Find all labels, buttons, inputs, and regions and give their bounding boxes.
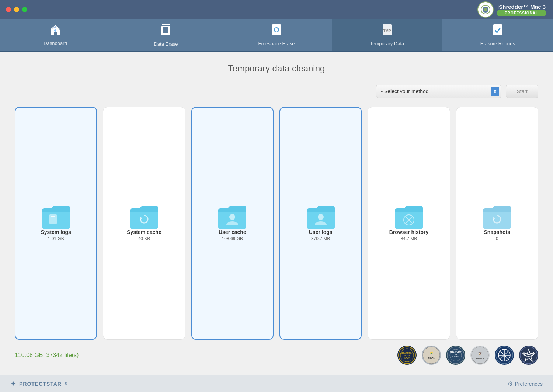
cert-logo-australia: 🦅 AUSTRALIA: [470, 346, 490, 365]
preferences-button[interactable]: ⚙ Preferences: [508, 380, 543, 387]
folder-icon-user-logs: [306, 205, 335, 229]
svg-text:OF THE: OF THE: [404, 354, 411, 357]
start-button[interactable]: Start: [506, 85, 538, 98]
svg-text:TMP: TMP: [383, 29, 391, 33]
svg-point-2: [484, 8, 487, 11]
folder-card-system-logs[interactable]: System logs 1.01 GB: [15, 107, 97, 340]
svg-rect-15: [493, 24, 502, 35]
svg-point-32: [423, 347, 440, 364]
cert-logo-us-air-force: [519, 346, 538, 365]
items-grid: System logs 1.01 GB System cache 40 KB U…: [15, 107, 538, 340]
user-cache-size: 108.69 GB: [222, 236, 243, 241]
folder-card-user-logs[interactable]: User logs 370.7 MB: [279, 107, 362, 340]
freespace-erase-icon: [271, 24, 282, 39]
window-controls: [6, 7, 27, 12]
folder-card-browser-history[interactable]: Browser history 84.7 MB: [368, 107, 450, 340]
svg-rect-9: [166, 27, 167, 33]
folder-icon-browser-history: [394, 205, 424, 229]
system-cache-name: System cache: [127, 229, 161, 235]
nav-bar: Dashboard Data Erase Freespace Erase: [0, 19, 553, 52]
user-cache-name: User cache: [219, 229, 246, 235]
method-select[interactable]: - Select your method: [376, 85, 501, 98]
tab-temporary-data[interactable]: TMP Temporary Data: [332, 19, 442, 51]
page-title: Temporary data cleaning: [15, 63, 538, 74]
tab-freespace-erase[interactable]: Freespace Erase: [221, 19, 332, 51]
svg-text:DEPARTMENT: DEPARTMENT: [401, 352, 413, 354]
minimize-button[interactable]: [14, 7, 19, 12]
app-logo: [477, 1, 494, 18]
user-logs-name: User logs: [309, 229, 333, 235]
svg-rect-7: [163, 27, 164, 33]
svg-point-22: [318, 214, 324, 220]
protectstar-label: PROTECTSTAR: [19, 381, 62, 387]
controls-row: - Select your method Start: [15, 85, 538, 98]
svg-rect-5: [162, 24, 170, 25]
cert-logo-nato: [495, 346, 514, 365]
snapshots-name: Snapshots: [484, 229, 511, 235]
svg-text:DEPARTMENT: DEPARTMENT: [450, 351, 462, 353]
svg-rect-10: [167, 27, 168, 33]
svg-text:👑: 👑: [430, 351, 433, 354]
snapshots-size: 0: [496, 236, 498, 241]
total-size: 110.08 GB, 37342 file(s): [15, 352, 79, 358]
protectstar-trademark: ®: [65, 382, 67, 386]
app-branding: iShredder™ Mac 3 PROFESSIONAL: [477, 1, 546, 18]
system-logs-size: 1.01 GB: [48, 236, 64, 241]
cert-logo-uk-royal: 👑 ROYAL: [422, 346, 441, 365]
app-edition: PROFESSIONAL: [497, 10, 546, 16]
svg-rect-8: [164, 27, 166, 33]
temporary-data-icon: TMP: [382, 24, 393, 39]
svg-text:AUSTRALIA: AUSTRALIA: [476, 358, 484, 360]
tab-freespace-erase-label: Freespace Erase: [258, 41, 295, 46]
folder-icon-snapshots: [482, 205, 512, 229]
tab-dashboard-label: Dashboard: [44, 41, 67, 46]
folder-card-user-cache[interactable]: User cache 108.69 GB: [191, 107, 274, 340]
dashboard-icon: [49, 25, 61, 38]
close-button[interactable]: [6, 7, 11, 12]
svg-rect-11: [272, 24, 281, 35]
svg-text:NAVY: NAVY: [404, 357, 410, 359]
folder-icon-system-cache: [129, 205, 159, 229]
bottom-bar: ✦ PROTECTSTAR ® ⚙ Preferences: [0, 375, 553, 392]
browser-history-size: 84.7 MB: [401, 236, 417, 241]
system-cache-size: 40 KB: [138, 236, 150, 241]
svg-text:🦅: 🦅: [478, 351, 482, 355]
preferences-label: Preferences: [515, 381, 543, 387]
svg-text:OF: OF: [455, 354, 457, 356]
folder-icon-user-cache: [218, 205, 247, 229]
tab-temporary-data-label: Temporary Data: [370, 41, 404, 46]
footer-area: 110.08 GB, 37342 file(s) DEPARTMENT OF T…: [15, 340, 538, 368]
folder-icon-system-logs: [41, 205, 71, 229]
title-bar: iShredder™ Mac 3 PROFESSIONAL: [0, 0, 553, 19]
main-content: Temporary data cleaning - Select your me…: [0, 52, 553, 375]
tab-dashboard[interactable]: Dashboard: [0, 19, 111, 51]
method-select-wrapper: - Select your method: [376, 85, 501, 98]
folder-card-snapshots[interactable]: Snapshots 0: [456, 107, 538, 340]
protectstar-logo: ✦ PROTECTSTAR ®: [10, 380, 67, 388]
app-name-block: iShredder™ Mac 3 PROFESSIONAL: [497, 3, 546, 16]
tab-data-erase-label: Data Erase: [154, 41, 178, 47]
system-logs-name: System logs: [41, 229, 71, 235]
cert-logo-dod: DEPARTMENT OF DEFENSE: [446, 346, 465, 365]
data-erase-icon: [160, 24, 172, 39]
svg-point-21: [229, 214, 235, 220]
tab-erasure-reports[interactable]: Erasure Reports: [442, 19, 553, 51]
tab-data-erase[interactable]: Data Erase: [111, 19, 221, 51]
protectstar-icon: ✦: [10, 380, 16, 388]
svg-point-40: [472, 347, 488, 364]
user-logs-size: 370.7 MB: [311, 236, 330, 241]
gear-icon: ⚙: [508, 380, 513, 387]
svg-text:DEFENSE: DEFENSE: [452, 356, 459, 358]
erasure-reports-icon: [492, 24, 503, 39]
svg-text:ROYAL: ROYAL: [428, 357, 434, 359]
tab-erasure-reports-label: Erasure Reports: [480, 41, 515, 46]
folder-card-system-cache[interactable]: System cache 40 KB: [103, 107, 185, 340]
cert-logo-us-navy: DEPARTMENT OF THE NAVY: [397, 346, 417, 365]
maximize-button[interactable]: [22, 7, 27, 12]
app-name: iShredder™ Mac 3: [497, 3, 546, 11]
certification-logos: DEPARTMENT OF THE NAVY 👑 ROYAL DEPAR: [397, 346, 538, 365]
svg-rect-16: [49, 214, 57, 224]
browser-history-name: Browser history: [389, 229, 429, 235]
svg-point-4: [54, 29, 56, 32]
